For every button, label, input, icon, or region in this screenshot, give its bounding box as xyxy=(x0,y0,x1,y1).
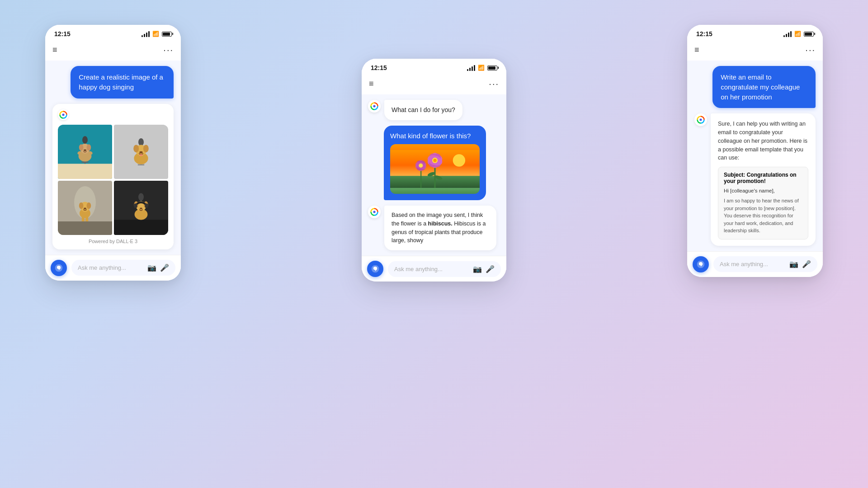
svg-rect-44 xyxy=(145,203,148,208)
assistant-avatar-center xyxy=(368,100,381,113)
battery-left xyxy=(162,32,172,37)
camera-icon-center[interactable]: 📷 xyxy=(473,265,482,273)
svg-point-24 xyxy=(139,154,142,156)
phone-left: 12:15 📶 ≡ ··· xyxy=(45,25,181,281)
more-icon-left[interactable]: ··· xyxy=(163,45,174,55)
user-message-left: Create a realistic image of a happy dog … xyxy=(71,66,174,99)
input-field-center[interactable]: Ask me anything... 📷 🎤 xyxy=(388,261,501,277)
powered-by-caption: Powered by DALL·E 3 xyxy=(58,239,168,244)
status-bar-left: 12:15 📶 xyxy=(45,25,181,41)
svg-point-38 xyxy=(138,193,144,201)
menu-icon-center[interactable]: ≡ xyxy=(369,79,374,89)
svg-point-7 xyxy=(82,136,88,144)
svg-point-34 xyxy=(84,207,86,209)
mic-icon-center[interactable]: 🎤 xyxy=(486,265,495,273)
dog-image-grid xyxy=(58,125,168,235)
svg-point-18 xyxy=(138,138,144,146)
svg-rect-6 xyxy=(82,161,88,162)
dog-image-1 xyxy=(58,125,112,179)
svg-point-32 xyxy=(79,202,84,209)
svg-point-45 xyxy=(140,207,142,209)
hibiscus-response-text: Based on the image you sent, I think the… xyxy=(392,212,486,244)
flower-card: What kind of flower is this? xyxy=(384,126,486,200)
svg-point-21 xyxy=(133,145,139,152)
assistant-hibiscus-row: Based on the image you sent, I think the… xyxy=(368,206,500,250)
svg-point-22 xyxy=(143,145,149,152)
more-icon-center[interactable]: ··· xyxy=(489,79,499,89)
assistant-email-row: Sure, I can help you with writing an ema… xyxy=(694,113,816,245)
svg-point-52 xyxy=(453,154,465,166)
svg-rect-63 xyxy=(420,171,421,188)
svg-rect-43 xyxy=(134,203,137,208)
mic-icon-left[interactable]: 🎤 xyxy=(160,263,169,272)
chat-icon-center xyxy=(371,264,380,273)
assistant-avatar-right xyxy=(694,113,707,126)
copilot-logo-2 xyxy=(370,207,379,216)
wifi-center: 📶 xyxy=(478,65,485,71)
svg-point-11 xyxy=(87,144,91,150)
time-center: 12:15 xyxy=(371,64,387,71)
svg-point-49 xyxy=(373,105,376,108)
status-bar-right: 12:15 📶 xyxy=(687,25,823,41)
svg-rect-17 xyxy=(138,164,144,165)
chat-icon-right xyxy=(696,260,705,269)
camera-icon-right[interactable]: 📷 xyxy=(789,260,798,268)
assistant-avatar-2 xyxy=(368,206,381,218)
signal-right xyxy=(783,31,792,37)
battery-right xyxy=(804,32,814,37)
input-field-right[interactable]: Ask me anything... 📷 🎤 xyxy=(713,256,817,272)
svg-point-23 xyxy=(139,151,142,153)
chat-icon-left xyxy=(54,263,63,272)
phone-right: 12:15 📶 ≡ ··· xyxy=(687,25,823,277)
input-bar-right: Ask me anything... 📷 🎤 xyxy=(687,251,823,277)
email-response-card: Sure, I can help you with writing an ema… xyxy=(711,113,816,245)
input-avatar-right xyxy=(693,256,709,272)
email-greeting: Hi [colleague's name], xyxy=(724,188,802,193)
camera-icon-left[interactable]: 📷 xyxy=(147,263,156,272)
svg-rect-36 xyxy=(114,220,168,235)
input-placeholder-center: Ask me anything... xyxy=(394,266,469,272)
input-avatar-left xyxy=(51,260,67,276)
phone-center: 12:15 📶 ≡ ··· xyxy=(362,59,506,282)
signal-left xyxy=(142,31,150,37)
svg-point-12 xyxy=(84,149,86,151)
user-message-right: Write an email to congratulate my collea… xyxy=(712,66,816,108)
svg-rect-4 xyxy=(58,164,112,179)
svg-point-2 xyxy=(62,113,65,116)
copilot-logo-left xyxy=(59,110,68,119)
signal-center xyxy=(467,65,475,71)
flower-question: What kind of flower is this? xyxy=(390,132,480,140)
chat-area-left: Create a realistic image of a happy dog … xyxy=(45,61,181,255)
email-intro: Sure, I can help you with writing an ema… xyxy=(718,120,808,162)
dog-image-3 xyxy=(58,181,112,235)
input-bar-left: Ask me anything... 📷 🎤 xyxy=(45,255,181,281)
top-nav-center: ≡ ··· xyxy=(362,75,506,94)
ai-avatar-left xyxy=(58,109,69,120)
battery-center xyxy=(487,66,497,70)
greeting-bubble: What can I do for you? xyxy=(384,100,462,120)
chat-area-center: What can I do for you? What kind of flow… xyxy=(362,94,506,256)
menu-icon-left[interactable]: ≡ xyxy=(52,45,57,55)
dog-image-2 xyxy=(114,125,168,179)
dog-image-4 xyxy=(114,181,168,235)
input-bar-center: Ask me anything... 📷 🎤 xyxy=(362,256,506,282)
copilot-logo-center xyxy=(370,102,379,111)
svg-point-10 xyxy=(79,144,84,150)
input-placeholder-left: Ask me anything... xyxy=(78,264,144,271)
svg-rect-26 xyxy=(58,221,112,235)
chat-area-right: Write an email to congratulate my collea… xyxy=(687,61,823,251)
more-icon-right[interactable]: ··· xyxy=(805,45,816,55)
email-subject: Subject: Congratulations on your promoti… xyxy=(724,172,802,184)
input-avatar-center xyxy=(367,261,383,277)
status-bar-center: 12:15 📶 xyxy=(362,59,506,75)
svg-point-72 xyxy=(373,211,376,213)
time-right: 12:15 xyxy=(696,30,712,38)
mic-icon-right[interactable]: 🎤 xyxy=(802,260,811,268)
time-left: 12:15 xyxy=(54,30,71,38)
image-grid-card: Powered by DALL·E 3 xyxy=(52,104,174,249)
menu-icon-right[interactable]: ≡ xyxy=(694,45,699,55)
email-body: I am so happy to hear the news of your p… xyxy=(724,197,802,235)
input-field-left[interactable]: Ask me anything... 📷 🎤 xyxy=(71,260,175,276)
wifi-left: 📶 xyxy=(152,31,159,37)
top-nav-left: ≡ ··· xyxy=(45,41,181,61)
